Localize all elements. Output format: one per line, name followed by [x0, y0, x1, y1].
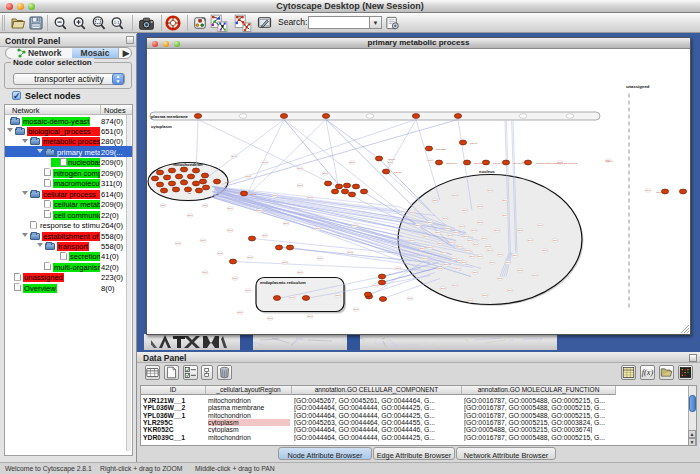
svg-text:Gna-t: Gna-t [451, 257, 457, 259]
svg-text:GO:9: GO:9 [225, 181, 231, 184]
svg-text:Gna-t: Gna-t [502, 199, 508, 201]
svg-text:Gna-t: Gna-t [497, 277, 503, 279]
svg-text:Gna-t: Gna-t [437, 242, 443, 244]
svg-text:GO:0055: GO:0055 [436, 148, 446, 151]
svg-text:GO:t: GO:t [656, 191, 661, 194]
svg-text:Gna-t: Gna-t [423, 235, 429, 237]
svg-text:Gna-t: Gna-t [441, 251, 447, 253]
svg-text:Gna-t: Gna-t [489, 261, 495, 263]
svg-text:Gna-t: Gna-t [317, 257, 323, 259]
svg-text:Gna-t: Gna-t [297, 184, 303, 186]
svg-text:Gna-t: Gna-t [395, 267, 401, 269]
svg-text:Gna-t: Gna-t [427, 246, 433, 248]
svg-text:Gna-t: Gna-t [485, 245, 491, 247]
svg-text:Gna-t: Gna-t [542, 249, 548, 251]
svg-text:Gna-t: Gna-t [440, 287, 446, 289]
svg-text:Gna-t: Gna-t [217, 252, 223, 254]
svg-text:Gna-t: Gna-t [231, 155, 237, 157]
svg-text:Gna-t: Gna-t [532, 274, 538, 276]
svg-text:plasma membrane: plasma membrane [151, 114, 188, 119]
svg-text:Gna-t: Gna-t [347, 251, 353, 253]
svg-text:Gna-t: Gna-t [202, 204, 208, 206]
svg-text:Gna-t: Gna-t [452, 194, 458, 196]
svg-text:Gna-t: Gna-t [467, 239, 473, 241]
svg-text:Gna-t: Gna-t [473, 243, 479, 245]
svg-text:GO:15: GO:15 [394, 171, 402, 174]
svg-text:Gna-t: Gna-t [449, 241, 455, 243]
svg-text:Gna-t: Gna-t [481, 237, 487, 239]
svg-text:Gna-t: Gna-t [432, 199, 438, 201]
svg-text:Gna-t: Gna-t [407, 297, 413, 299]
svg-text:GO:0046: GO:0046 [513, 162, 523, 165]
svg-text:f(x): f(x) [642, 368, 654, 377]
svg-text:Gna-t: Gna-t [472, 271, 478, 273]
svg-text:Gna-t: Gna-t [645, 189, 651, 191]
svg-text:Gna-t: Gna-t [200, 239, 206, 241]
svg-text:Gna-t: Gna-t [437, 267, 443, 269]
svg-text:Gna-t: Gna-t [262, 234, 268, 236]
svg-text:Gna-t: Gna-t [497, 253, 503, 255]
svg-text:Gna-t: Gna-t [471, 229, 477, 231]
svg-text:Gna-t: Gna-t [257, 209, 263, 211]
svg-text:Gna-t: Gna-t [237, 311, 243, 313]
svg-text:Gna-t: Gna-t [477, 221, 483, 223]
svg-text:Gna-t: Gna-t [297, 167, 303, 169]
svg-text:Gna-t: Gna-t [459, 225, 465, 227]
svg-text:Gna-t: Gna-t [435, 231, 441, 233]
svg-text:Gna-t: Gna-t [494, 229, 500, 231]
svg-text:Gna-t: Gna-t [272, 194, 278, 196]
svg-text:Gna-t: Gna-t [512, 254, 518, 256]
svg-text:Gna-t: Gna-t [409, 211, 415, 213]
svg-text:Gna-t: Gna-t [349, 161, 355, 163]
svg-text:Gna-t: Gna-t [427, 221, 433, 223]
svg-text:Gna-t: Gna-t [447, 234, 453, 236]
svg-text:Gna-t: Gna-t [247, 256, 253, 258]
svg-text:Gna-t: Gna-t [245, 175, 251, 177]
svg-text:Gna-t: Gna-t [477, 205, 483, 207]
svg-text:Gna-t: Gna-t [442, 217, 448, 219]
svg-text:Gna-t: Gna-t [160, 204, 166, 206]
svg-text:Gna-t: Gna-t [267, 317, 273, 319]
svg-text:Gna-t: Gna-t [467, 299, 473, 301]
svg-text:Gna-t: Gna-t [227, 229, 233, 231]
svg-text:Gna-t: Gna-t [452, 284, 458, 286]
svg-text:Gna-t: Gna-t [552, 239, 558, 241]
svg-text:Gna-t: Gna-t [507, 289, 513, 291]
svg-text:Gna-t: Gna-t [445, 227, 451, 229]
svg-text:Gna-t: Gna-t [505, 261, 511, 263]
svg-text:Gna-t: Gna-t [175, 242, 181, 244]
svg-text:Gna-t: Gna-t [409, 239, 415, 241]
svg-text:Gna-t: Gna-t [462, 209, 468, 211]
svg-text:Gna-t: Gna-t [463, 235, 469, 237]
svg-text:GO:0044: GO:0044 [493, 162, 503, 165]
svg-text:Gna-t: Gna-t [487, 249, 493, 251]
svg-text:Gna-t: Gna-t [282, 261, 288, 263]
svg-text:Gna-t: Gna-t [335, 294, 341, 296]
svg-text:GO:61: GO:61 [388, 158, 396, 161]
svg-text:endoplasmic reticulum: endoplasmic reticulum [260, 280, 306, 285]
svg-text:Gna-t: Gna-t [443, 263, 449, 265]
svg-text:Gna-t: Gna-t [527, 239, 533, 241]
svg-text:Gna-t: Gna-t [307, 196, 313, 198]
svg-text:Gna-t: Gna-t [427, 159, 433, 161]
svg-text:Gna-t: Gna-t [387, 161, 393, 163]
svg-text:mitochondrion: mitochondrion [173, 162, 203, 167]
svg-text:Gna-t: Gna-t [315, 227, 321, 229]
svg-text:Gna-t: Gna-t [262, 161, 268, 163]
svg-text:GO:44: GO:44 [606, 160, 614, 163]
svg-text:Gna-t: Gna-t [517, 269, 523, 271]
svg-text:1:1: 1:1 [114, 19, 121, 24]
svg-text:GO:0051: GO:0051 [474, 162, 484, 165]
svg-text:Gna-t: Gna-t [455, 267, 461, 269]
svg-text:Gna-t: Gna-t [487, 189, 493, 191]
svg-text:Gna-t: Gna-t [245, 289, 251, 291]
svg-text:Gna-t: Gna-t [322, 172, 328, 174]
svg-text:Gna-t: Gna-t [187, 214, 193, 216]
svg-text:Gna-t: Gna-t [289, 296, 295, 298]
svg-text:Gna-t: Gna-t [457, 245, 463, 247]
svg-text:Gna-t: Gna-t [297, 271, 303, 273]
svg-text:Gna-t: Gna-t [419, 247, 425, 249]
svg-text:Gna-t: Gna-t [502, 214, 508, 216]
svg-text:Gna-t: Gna-t [469, 255, 475, 257]
svg-text:Gna-t: Gna-t [352, 224, 358, 226]
